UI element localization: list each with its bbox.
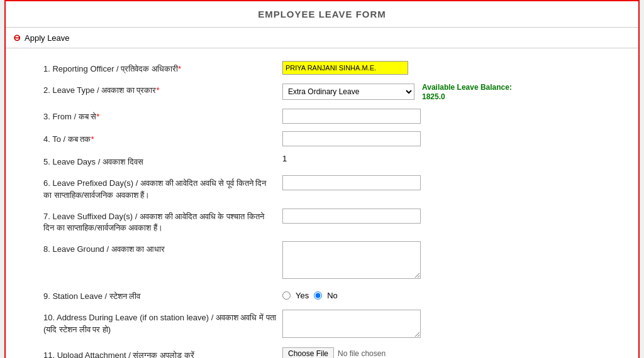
station-leave-yes-label: Yes (296, 291, 309, 300)
leave-days-label: 5. Leave Days / अवकाश दिवस (43, 154, 282, 168)
leave-type-label: 2. Leave Type / अवकाश का प्रकार* (43, 82, 282, 96)
address-during-leave-row: 10. Address During Leave (if on station … (43, 310, 601, 340)
from-label: 3. From / कब से* (43, 109, 282, 122)
leave-ground-row: 8. Leave Ground / अवकाश का आधार (43, 241, 601, 281)
leave-days-value: 1 (282, 151, 287, 163)
upload-attachment-label: 11. Upload Attachment / संलग्नक अपलोड कर… (43, 347, 282, 358)
station-leave-radio-group: Yes No (282, 288, 601, 300)
available-balance-value: 1825.0 (422, 92, 445, 101)
reporting-officer-label: 1. Reporting Officer / प्रतिवेदक अधिकारी… (43, 61, 282, 75)
leave-days-control: 1 (282, 154, 601, 163)
available-balance-area: Available Leave Balance: 1825.0 (422, 82, 512, 101)
leave-suffixed-row: 7. Leave Suffixed Day(s) / अवकाश की आवेद… (43, 209, 601, 234)
leave-suffixed-control (282, 209, 601, 224)
reporting-officer-input[interactable] (282, 61, 408, 75)
page-title: EMPLOYEE LEAVE FORM (6, 1, 638, 28)
breadcrumb: ⊖ Apply Leave (6, 28, 638, 48)
leave-ground-control (282, 241, 601, 281)
leave-prefixed-label: 6. Leave Prefixed Day(s) / अवकाश की आवेद… (43, 175, 282, 200)
reporting-officer-row: 1. Reporting Officer / प्रतिवेदक अधिकारी… (43, 61, 601, 75)
station-leave-yes-radio[interactable] (282, 291, 291, 300)
to-input[interactable] (282, 131, 421, 146)
to-row: 4. To / कब तक* (43, 131, 601, 146)
breadcrumb-label: Apply Leave (25, 33, 70, 43)
leave-prefixed-control (282, 175, 601, 190)
available-balance-label: Available Leave Balance: (422, 83, 512, 92)
from-input[interactable] (282, 109, 421, 124)
leave-type-row: 2. Leave Type / अवकाश का प्रकार* Ordinar… (43, 82, 601, 101)
breadcrumb-icon: ⊖ (13, 33, 21, 43)
leave-type-control: Ordinary Leave Extra Ordinary Leave Medi… (282, 82, 601, 101)
upload-attachment-row: 11. Upload Attachment / संलग्नक अपलोड कर… (43, 347, 601, 358)
reporting-officer-control (282, 61, 601, 75)
address-during-leave-control (282, 310, 601, 340)
to-control (282, 131, 601, 146)
station-leave-control: Yes No (282, 288, 601, 300)
choose-file-button[interactable]: Choose File (282, 347, 334, 358)
leave-suffixed-input[interactable] (282, 209, 421, 224)
station-leave-no-radio[interactable] (314, 291, 322, 300)
leave-ground-label: 8. Leave Ground / अवकाश का आधार (43, 241, 282, 255)
from-control (282, 109, 601, 124)
leave-suffixed-label: 7. Leave Suffixed Day(s) / अवकाश की आवेद… (43, 209, 282, 234)
leave-days-row: 5. Leave Days / अवकाश दिवस 1 (43, 154, 601, 168)
station-leave-no-label: No (327, 291, 338, 300)
station-leave-label: 9. Station Leave / स्टेशन लीव (43, 288, 282, 302)
to-label: 4. To / कब तक* (43, 131, 282, 145)
leave-prefixed-input[interactable] (282, 175, 421, 190)
leave-form: 1. Reporting Officer / प्रतिवेदक अधिकारी… (6, 48, 638, 358)
no-file-text: No file chosen (338, 349, 386, 358)
leave-ground-textarea[interactable] (282, 241, 421, 279)
main-container: EMPLOYEE LEAVE FORM ⊖ Apply Leave 1. Rep… (4, 0, 640, 358)
leave-type-select[interactable]: Ordinary Leave Extra Ordinary Leave Medi… (282, 84, 414, 100)
address-during-leave-label: 10. Address During Leave (if on station … (43, 310, 282, 335)
station-leave-row: 9. Station Leave / स्टेशन लीव Yes No (43, 288, 601, 302)
from-row: 3. From / कब से* (43, 109, 601, 124)
address-during-leave-textarea[interactable] (282, 310, 421, 338)
leave-prefixed-row: 6. Leave Prefixed Day(s) / अवकाश की आवेद… (43, 175, 601, 200)
upload-attachment-control: Choose File No file chosen (282, 347, 601, 358)
